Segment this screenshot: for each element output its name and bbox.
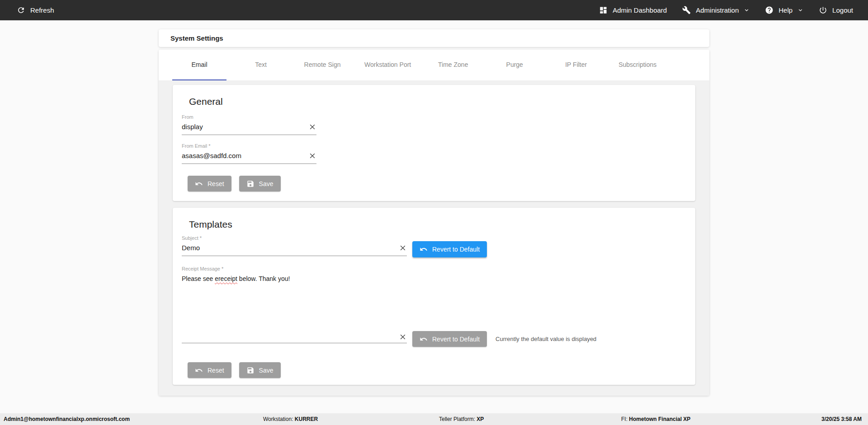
reset-label: Reset xyxy=(208,367,224,374)
tab-label: Text xyxy=(255,61,267,68)
tab-subscriptions[interactable]: Subscriptions xyxy=(610,50,665,80)
from-email-input[interactable]: asasas@sadfd.com xyxy=(182,151,308,160)
close-icon xyxy=(309,124,316,130)
tab-label: Email xyxy=(191,61,207,68)
receipt-message-text: Please see ereceipt below. Thank you! xyxy=(182,272,407,333)
chevron-down-icon xyxy=(744,7,750,13)
tab-workstation-port[interactable]: Workstation Port xyxy=(357,50,419,80)
tab-bar: Email Text Remote Sign Workstation Port … xyxy=(159,50,709,80)
workstation-info: Workstation: KURRER xyxy=(263,413,318,425)
app-screen: Refresh Admin Dashboard Administration H… xyxy=(0,0,868,425)
receipt-clear-button[interactable] xyxy=(399,333,407,341)
email-tab-panel: General From display From Email * asasas… xyxy=(159,80,709,396)
templates-heading: Templates xyxy=(189,219,686,230)
receipt-message-label: Receipt Message * xyxy=(182,266,686,272)
administration-menu[interactable]: Administration xyxy=(682,6,750,14)
tab-label: IP Filter xyxy=(565,61,587,68)
logout-label: Logout xyxy=(832,6,853,14)
close-icon xyxy=(400,334,406,340)
undo-icon xyxy=(195,180,203,188)
dashboard-icon xyxy=(599,6,608,14)
undo-icon xyxy=(195,366,203,374)
user-email: Admin1@hometownfinancialxp.onmicrosoft.c… xyxy=(4,413,130,425)
subject-input[interactable]: Demo xyxy=(182,243,399,252)
administration-label: Administration xyxy=(696,6,739,14)
refresh-icon xyxy=(17,6,25,14)
from-field-label: From xyxy=(182,114,316,120)
logout-button[interactable]: Logout xyxy=(819,6,853,14)
from-email-clear-button[interactable] xyxy=(308,152,316,160)
save-icon xyxy=(246,180,255,188)
save-label: Save xyxy=(259,367,274,374)
status-bar: Admin1@hometownfinancialxp.onmicrosoft.c… xyxy=(0,413,868,425)
revert-label: Revert to Default xyxy=(432,246,480,253)
tab-text[interactable]: Text xyxy=(234,50,288,80)
receipt-message-textarea[interactable]: Please see ereceipt below. Thank you! xyxy=(182,272,407,343)
subject-field-label: Subject * xyxy=(182,235,407,241)
help-menu[interactable]: Help xyxy=(765,6,803,14)
tab-label: Remote Sign xyxy=(304,61,341,68)
tab-remote-sign[interactable]: Remote Sign xyxy=(295,50,349,80)
subject-clear-button[interactable] xyxy=(399,244,407,252)
subject-field: Subject * Demo xyxy=(182,235,407,256)
settings-card: Email Text Remote Sign Workstation Port … xyxy=(159,50,709,396)
tab-label: Purge xyxy=(506,61,523,68)
save-icon xyxy=(246,366,255,374)
tab-time-zone[interactable]: Time Zone xyxy=(426,50,480,80)
tab-label: Time Zone xyxy=(438,61,468,68)
page-title: System Settings xyxy=(170,34,223,42)
save-label: Save xyxy=(259,180,274,187)
from-clear-button[interactable] xyxy=(308,123,316,131)
refresh-label: Refresh xyxy=(30,6,54,14)
undo-icon xyxy=(420,335,428,343)
general-reset-button[interactable]: Reset xyxy=(188,176,231,191)
revert-disabled-label: Revert to Default xyxy=(432,336,480,343)
undo-icon xyxy=(420,245,428,253)
from-field: From display xyxy=(182,114,316,135)
from-email-field: From Email * asasas@sadfd.com xyxy=(182,143,316,164)
general-section: General From display From Email * asasas… xyxy=(173,85,695,201)
general-heading: General xyxy=(189,96,686,107)
power-icon xyxy=(819,6,827,14)
admin-dashboard-button[interactable]: Admin Dashboard xyxy=(599,6,667,14)
tab-ip-filter[interactable]: IP Filter xyxy=(549,50,603,80)
close-icon xyxy=(309,153,316,159)
topbar: Refresh Admin Dashboard Administration H… xyxy=(0,0,868,20)
tab-email[interactable]: Email xyxy=(172,50,226,80)
teller-platform-info: Teller Platform: XP xyxy=(439,413,484,425)
tab-label: Workstation Port xyxy=(364,61,411,68)
templates-section: Templates Subject * Demo Revert t xyxy=(173,208,695,385)
close-icon xyxy=(400,245,406,251)
tab-label: Subscriptions xyxy=(618,61,656,68)
financial-institution-info: FI: Hometown Financial XP xyxy=(621,413,690,425)
general-save-button[interactable]: Save xyxy=(239,176,281,191)
help-label: Help xyxy=(778,6,793,14)
from-input[interactable]: display xyxy=(182,122,308,131)
refresh-button[interactable]: Refresh xyxy=(17,6,54,14)
templates-reset-button[interactable]: Reset xyxy=(188,362,231,378)
from-email-field-label: From Email * xyxy=(182,143,316,149)
default-value-note: Currently the default value is displayed xyxy=(495,336,596,342)
wrench-icon xyxy=(682,6,691,14)
reset-label: Reset xyxy=(208,180,224,187)
help-icon xyxy=(765,6,774,14)
chevron-down-icon xyxy=(797,7,803,13)
tab-purge[interactable]: Purge xyxy=(487,50,542,80)
subject-revert-to-default-button[interactable]: Revert to Default xyxy=(412,241,487,257)
misspelled-word: ereceipt xyxy=(215,275,237,282)
receipt-revert-to-default-button[interactable]: Revert to Default xyxy=(412,331,487,347)
page-title-card: System Settings xyxy=(159,29,709,47)
templates-save-button[interactable]: Save xyxy=(239,362,281,378)
datetime: 3/20/25 3:58 AM xyxy=(821,413,862,425)
admin-dashboard-label: Admin Dashboard xyxy=(613,6,667,14)
